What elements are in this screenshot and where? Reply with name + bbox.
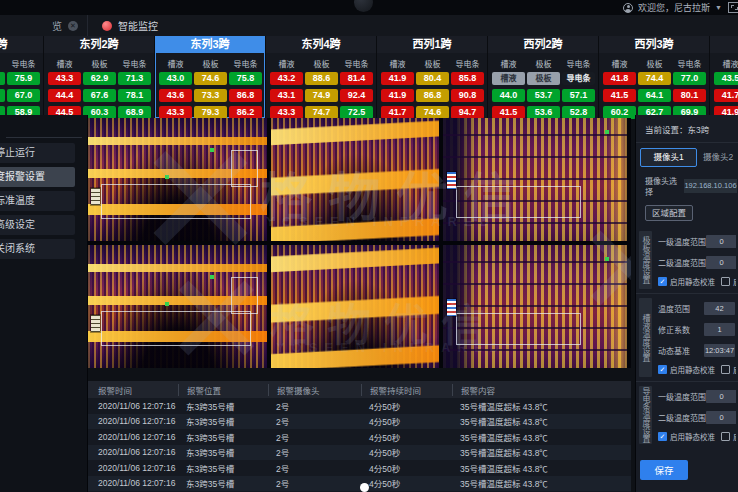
region-config-button[interactable]: 区域配置 [645, 205, 693, 221]
span-column-header[interactable]: 西列3跨 [599, 36, 709, 53]
tabbar: 览 ✕ 智能监控 [0, 15, 738, 37]
column-header: 报警摄像头 [268, 384, 361, 396]
sidebar-item-3[interactable]: 标准温度 [0, 191, 75, 211]
thermal-bands [443, 245, 627, 368]
checkbox-row: 启用静态校准启 [658, 273, 736, 289]
temp-cell: 41.8 [603, 72, 636, 85]
save-button[interactable]: 保存 [640, 460, 688, 480]
table-cell: 东3跨35号槽 [178, 462, 268, 474]
value-row: 43.673.386.8 [155, 89, 265, 102]
alarm-table-header: 报警时间报警位置报警摄像头报警持续时间报警内容 [88, 381, 631, 398]
settings-section-3: 导电条温度设置一级温度范围0二级温度范围0启用静态校准启 [636, 381, 738, 448]
setting-input[interactable]: 0 [706, 390, 736, 403]
sidebar-item-5[interactable]: 关闭系统 [0, 239, 75, 259]
user-icon [623, 3, 633, 13]
camera-select-row: 摄像头选择 192.168.10.106 [645, 175, 738, 197]
value-row: 44.467.678.1 [44, 89, 154, 102]
camera-select-label: 摄像头选择 [645, 175, 684, 197]
camera-tile-4[interactable] [88, 245, 267, 368]
column-header: 报警位置 [178, 384, 268, 396]
tab-background[interactable]: 览 ✕ [0, 15, 88, 36]
checkbox-checked[interactable] [658, 365, 667, 374]
setting-input[interactable]: 1 [704, 323, 735, 336]
tab-background-label: 览 [52, 18, 62, 33]
temp-cell: 44.4 [48, 89, 81, 102]
welcome-text[interactable]: 欢迎您，尼古拉斯 [638, 1, 710, 14]
span-column-header[interactable]: 东列2跨 [44, 36, 154, 53]
scroll-indicator[interactable] [360, 483, 369, 492]
checkbox-row: 启用静态校准启 [658, 361, 736, 377]
checkbox-unchecked[interactable] [721, 365, 730, 374]
table-cell: 2020/11/06 12:07:16 [88, 416, 178, 426]
subcol-headers: 槽液极板导电条 [488, 53, 598, 72]
setting-row: 一级温度范围0 [658, 386, 736, 407]
checkbox-checked[interactable] [658, 432, 667, 441]
span-column-西列1跨: 西列1跨槽液极板导电条41.980.485.841.986.890.841.77… [377, 36, 487, 118]
checkbox-checked[interactable] [658, 277, 667, 286]
rp-sections: 极板温度设置一级温度范围0二级温度范围0启用静态校准启槽液温度设置温度范围42修… [636, 227, 738, 448]
app-window: 欢迎您，尼古拉斯 ▼ 览 ✕ 智能监控 东列1跨槽液极板导电条75.967.05… [0, 0, 738, 492]
camera-tile-1[interactable] [88, 118, 267, 241]
sidebar-item-1[interactable]: 停止运行 [0, 143, 75, 163]
temp-cell: 74.4 [638, 72, 671, 85]
table-row[interactable]: 2020/11/06 12:07:16东3跨35号槽2号4分50秒35号槽温度超… [88, 414, 631, 430]
span-column-header[interactable]: 东列4跨 [266, 36, 376, 53]
close-icon[interactable]: ✕ [68, 21, 78, 31]
camera1-button[interactable]: 摄像头1 [640, 148, 697, 167]
sidebar-item-2[interactable]: 温度报警设置 [0, 167, 75, 187]
camera-tile-2[interactable] [271, 118, 439, 241]
chevron-down-icon[interactable]: ▼ [715, 4, 722, 11]
checkbox-unchecked[interactable] [721, 277, 730, 286]
subcol-label: 槽液 [48, 58, 81, 69]
setting-label: 修正系数 [658, 324, 704, 335]
temp-cell: 67.6 [83, 89, 116, 102]
camera2-button[interactable]: 摄像头2 [701, 148, 735, 167]
setting-input[interactable]: 0 [706, 235, 736, 248]
table-row[interactable]: 2020/11/06 12:07:16东3跨35号槽2号4分50秒35号槽温度超… [88, 460, 631, 476]
temp-cell: 74.6 [194, 72, 227, 85]
setting-input[interactable]: 0 [706, 256, 736, 269]
table-cell: 35号槽温度超标 43.8℃ [452, 400, 631, 412]
setting-input[interactable]: 12:03:47 [704, 344, 735, 357]
value-row: 槽液极板导电条 [488, 72, 598, 85]
checkbox-unchecked[interactable] [721, 432, 730, 441]
temp-cell: 71.3 [118, 72, 151, 85]
subcol-label: 极板 [638, 58, 671, 69]
value-row: 41.7 [710, 89, 738, 102]
temp-cell: 75.8 [229, 72, 262, 85]
setting-input[interactable]: 0 [706, 411, 736, 424]
table-cell: 35号槽温度超标 43.8℃ [452, 431, 631, 443]
subcol-label: 导电条 [229, 58, 262, 69]
camera-tile-6[interactable] [443, 245, 627, 368]
span-column-header[interactable]: 东列1跨 [0, 36, 43, 53]
camera-tile-3[interactable] [443, 118, 627, 241]
span-column-header[interactable]: 西列2跨 [488, 36, 598, 53]
subcol-label: 极板 [0, 58, 5, 69]
table-cell: 2号 [268, 415, 361, 427]
alarm-rows: 2020/11/06 12:07:16东3跨35号槽2号4分50秒35号槽温度超… [88, 398, 631, 492]
camera-tile-5[interactable] [271, 245, 439, 368]
sidebar-item-4[interactable]: 高级设定 [0, 215, 75, 235]
span-column-header[interactable]: 西列4跨 [710, 36, 738, 53]
fullscreen-icon[interactable] [728, 2, 738, 13]
checkbox-label-partial: 启 [733, 276, 736, 287]
table-cell: 4分50秒 [361, 477, 452, 489]
camera-ip-input[interactable]: 192.168.10.106 [684, 179, 737, 193]
temp-cell: 86.8 [229, 89, 262, 102]
current-setting: 当前设置：东3跨 [636, 115, 738, 135]
table-row[interactable]: 2020/11/06 12:07:16东3跨35号槽2号4分50秒35号槽温度超… [88, 398, 631, 414]
subcol-label: 极板 [527, 58, 560, 69]
span-column-header[interactable]: 西列1跨 [377, 36, 487, 53]
span-column-东列2跨: 东列2跨槽液极板导电条43.362.971.344.467.678.144.56… [44, 36, 154, 118]
table-cell: 2号 [268, 462, 361, 474]
subcol-label: 导电条 [451, 58, 484, 69]
setting-input[interactable]: 42 [704, 302, 735, 315]
temp-cell: 75.9 [7, 72, 40, 85]
span-column-header[interactable]: 东列3跨 [155, 36, 265, 53]
span-column-西列2跨: 西列2跨槽液极板导电条槽液极板导电条44.053.757.141.553.652… [488, 36, 598, 118]
tab-smart-monitoring[interactable]: 智能监控 [88, 15, 172, 36]
table-row[interactable]: 2020/11/06 12:07:16东3跨35号槽2号4分50秒35号槽温度超… [88, 429, 631, 445]
table-row[interactable]: 2020/11/06 12:07:16东3跨35号槽2号4分50秒35号槽温度超… [88, 445, 631, 461]
settings-panel: 当前设置：东3跨 摄像头1 摄像头2 摄像头选择 192.168.10.106 … [635, 115, 738, 492]
temp-cell: 67.0 [7, 89, 40, 102]
